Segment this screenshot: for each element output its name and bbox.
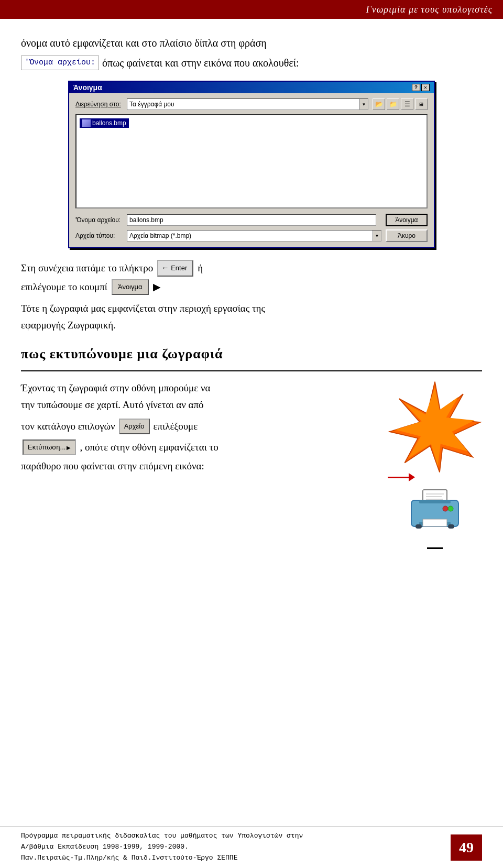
page-number: 49: [459, 839, 474, 856]
step-line-1: Στη συνέχεια πατάμε το πλήκτρο ← Enter ή: [21, 260, 482, 277]
search-combo-value: Τα έγγραφά μου: [129, 101, 174, 108]
print-text-2-suffix: επιλέξουμε: [154, 418, 198, 435]
svg-rect-12: [415, 524, 422, 529]
open-btn-image[interactable]: Άνοιγμα: [112, 279, 149, 295]
dialog-titlebar: Άνοιγμα ? ✕: [69, 82, 434, 93]
filename-row: 'Όνομα αρχείου: Άνοιγμα: [75, 214, 428, 226]
filetype-row: Αρχεία τύπου: Αρχεία bitmap (*.bmp) ▼ Άκ…: [75, 229, 428, 242]
enter-key-label: Enter: [171, 262, 187, 274]
close-button[interactable]: ✕: [421, 84, 430, 91]
filetype-combo-value: Αρχεία bitmap (*.bmp): [129, 232, 191, 239]
print-text-3b: παράθυρο που φαίνεται στην επόμενη εικόν…: [21, 458, 204, 475]
open-dialog: Άνοιγμα ? ✕ Διερεύνηση στο: Τα έγγραφά μ…: [68, 81, 435, 248]
filetype-label: Αρχεία τύπου:: [75, 232, 123, 239]
step-text-2: επιλέγουμε το κουμπί: [21, 279, 107, 295]
file-item-name: ballons.bmp: [92, 119, 126, 127]
section-heading: πως εκτυπώνουμε μια ζωγραφιά: [21, 346, 482, 362]
starburst-icon: [388, 380, 482, 474]
file-icon: [82, 119, 91, 127]
create-folder-button[interactable]: 📁: [387, 98, 399, 110]
step-line-3: Τότε η ζωγραφιά μας εμφανίζεται στην περ…: [21, 300, 482, 334]
ektupwsi-button[interactable]: Εκτύπωση...: [23, 440, 76, 455]
footer-text: Πρόγραμμα πειραματικής διδασκαλίας του μ…: [21, 831, 451, 863]
print-illustration: [388, 380, 482, 549]
file-item-ballons[interactable]: ballons.bmp: [80, 118, 129, 128]
step-text-suffix: ή: [198, 260, 203, 277]
svg-rect-11: [423, 519, 447, 526]
filename-label-text: 'Όνομα αρχείου:: [75, 216, 121, 224]
minus-bar: [427, 547, 443, 549]
search-label-text: Διερεύνηση στο:: [75, 101, 121, 108]
file-area-row: ballons.bmp: [75, 114, 428, 214]
footer-line-1: Πρόγραμμα πειραματικής διδασκαλίας του μ…: [21, 831, 451, 842]
filetype-combo[interactable]: Αρχεία bitmap (*.bmp) ▼: [127, 230, 381, 241]
step-section: Στη συνέχεια πατάμε το πλήκτρο ← Enter ή…: [21, 260, 482, 334]
printer-icon: [401, 489, 469, 541]
search-label: Διερεύνηση στο:: [75, 101, 123, 108]
filename-input[interactable]: [127, 214, 376, 226]
step-text-cursor: ▶: [153, 279, 161, 295]
filename-label: 'Όνομα αρχείου:: [75, 216, 123, 224]
page-number-badge: 49: [451, 834, 482, 861]
step-line-2: επιλέγουμε το κουμπί Άνοιγμα ▶: [21, 279, 482, 295]
enter-arrow-icon: ←: [161, 262, 169, 274]
svg-point-8: [448, 506, 453, 511]
filetype-label-text: Αρχεία τύπου:: [75, 232, 115, 239]
dialog-body: Διερεύνηση στο: Τα έγγραφά μου ▼ 📂 📁 ☰ ⊞: [69, 93, 434, 247]
step-text-1: Στη συνέχεια πατάμε το πλήκτρο: [21, 260, 153, 277]
search-combo[interactable]: Τα έγγραφά μου ▼: [127, 98, 368, 110]
combo-arrow-icon[interactable]: ▼: [359, 99, 368, 109]
filename-badge: 'Όνομα αρχείου:: [21, 56, 99, 70]
svg-rect-7: [419, 500, 451, 503]
main-content: όνομα αυτό εμφανίζεται και στο πλαίσιο δ…: [0, 19, 503, 559]
help-button[interactable]: ?: [412, 84, 420, 91]
header-bar: Γνωριμία με τους υπολογιστές: [0, 0, 503, 19]
print-text-2-prefix: τον κατάλογο επιλογών: [21, 418, 115, 435]
footer-line-2: Α/βάθμια Εκπαίδευση 1998-1999, 1999-2000…: [21, 842, 451, 853]
titlebar-controls: ? ✕: [412, 84, 430, 91]
print-text-1: Έχοντας τη ζωγραφιά στην οθόνη μπορούμε …: [21, 382, 210, 393]
print-para-3: Εκτύπωση... , οπότε στην οθόνη εμφανίζετ…: [21, 439, 379, 475]
filetype-combo-arrow[interactable]: ▼: [373, 230, 381, 241]
enter-key-image: ← Enter: [157, 260, 193, 277]
file-area[interactable]: ballons.bmp: [75, 114, 428, 208]
print-para-1: Έχοντας τη ζωγραφιά στην οθόνη μπορούμε …: [21, 380, 379, 414]
footer: Πρόγραμμα πειραματικής διδασκαλίας του μ…: [0, 826, 503, 868]
detail-view-button[interactable]: ⊞: [415, 98, 428, 110]
print-text-3: , οπότε στην οθόνη εμφανίζεται το: [80, 439, 218, 456]
intro-paragraph: όνομα αυτό εμφανίζεται και στο πλαίσιο δ…: [21, 35, 482, 71]
arrow-head: [409, 473, 415, 481]
section-heading-container: πως εκτυπώνουμε μια ζωγραφιά: [21, 346, 482, 371]
footer-line-3: Παν.Πειραιώς-Τμ.Πληρ/κής & Παιδ.Ινστιτού…: [21, 853, 451, 864]
page-title: Γνωριμία με τους υπολογιστές: [366, 4, 493, 15]
svg-point-9: [443, 506, 448, 511]
print-para-2: τον κατάλογο επιλογών Αρχείο επιλέξουμε: [21, 418, 379, 435]
print-text-area: Έχοντας τη ζωγραφιά στην οθόνη μπορούμε …: [21, 380, 379, 479]
intro-line-1: όνομα αυτό εμφανίζεται και στο πλαίσιο δ…: [21, 35, 482, 51]
section-divider: [21, 370, 482, 371]
intro-text-2: όπως φαίνεται και στην εικόνα που ακολου…: [102, 54, 299, 71]
cancel-button[interactable]: Άκυρο: [386, 229, 428, 242]
arrow-line: [388, 477, 409, 478]
up-folder-button[interactable]: 📂: [373, 98, 385, 110]
arrow-decoration: [388, 473, 415, 481]
print-section: Έχοντας τη ζωγραφιά στην οθόνη μπορούμε …: [21, 380, 482, 549]
arquivo-button[interactable]: Αρχείο: [119, 419, 150, 434]
list-view-button[interactable]: ☰: [401, 98, 413, 110]
dialog-toolbar: 📂 📁 ☰ ⊞: [373, 98, 428, 110]
print-text-1b: την τυπώσουμε σε χαρτί. Αυτό γίνεται αν …: [21, 399, 204, 410]
step-text-3: Τότε η ζωγραφιά μας εμφανίζεται στην περ…: [21, 303, 265, 314]
intro-text-1: όνομα αυτό εμφανίζεται και στο πλαίσιο δ…: [21, 35, 267, 51]
open-button[interactable]: Άνοιγμα: [386, 214, 428, 226]
intro-line-2: 'Όνομα αρχείου: όπως φαίνεται και στην ε…: [21, 54, 482, 71]
svg-rect-13: [448, 524, 454, 529]
step-text-3b: εφαρμογής Ζωγραφική.: [21, 320, 116, 331]
search-row: Διερεύνηση στο: Τα έγγραφά μου ▼ 📂 📁 ☰ ⊞: [75, 98, 428, 110]
dialog-title: Άνοιγμα: [73, 83, 102, 92]
action-buttons: Άνοιγμα: [386, 214, 428, 226]
